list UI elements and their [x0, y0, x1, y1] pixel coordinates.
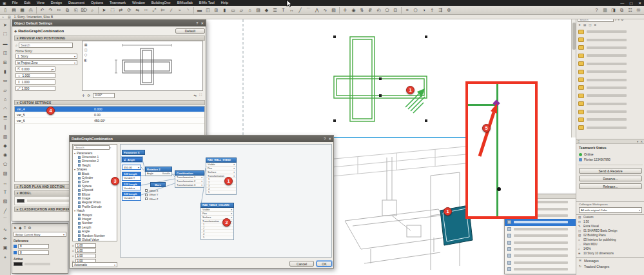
quick-option-02-building-plans[interactable]: ▧02 Building Plans — [576, 233, 644, 238]
door-icon[interactable]: ◫ — [204, 6, 212, 14]
value-field[interactable]: 1.00 — [75, 254, 96, 258]
favorites-folder-row[interactable] — [576, 60, 644, 68]
length-node-value[interactable]: Variable ▾ — [122, 196, 141, 200]
menu-options[interactable]: Options — [88, 0, 106, 6]
node-rotation[interactable]: Rotation 2 Angle Variable — [145, 167, 172, 176]
help-icon[interactable]: ? — [196, 21, 198, 25]
close-icon[interactable]: ✕ — [640, 140, 643, 143]
roof-tool-icon[interactable]: ⌂ — [1, 95, 10, 103]
organizer-icon[interactable]: ⧉ — [618, 6, 626, 14]
node-rad-wall-stand[interactable]: RAD_WALL_STAND Visible▾Pen▾Surface▾Trans… — [206, 158, 237, 195]
preview-picture-icon[interactable]: ◧ — [84, 58, 88, 62]
curtain-wall-tool-icon[interactable]: ▥ — [1, 132, 10, 141]
close-icon[interactable]: ✕ — [200, 21, 204, 25]
cancel-button[interactable]: Cancel — [289, 261, 314, 267]
menu-bimcollab[interactable]: BIMcollab — [174, 0, 196, 6]
multiply-icon[interactable]: ∷ — [142, 6, 150, 14]
tree-item-global-value[interactable]: Global Value — [73, 238, 116, 241]
row-dropdown[interactable]: ▾ — [201, 184, 202, 187]
size-field-a[interactable]: ⇔ 1.000 — [15, 73, 55, 78]
dialog-titlebar[interactable]: Object Default Settings ? ✕ — [12, 20, 206, 26]
fit-icon[interactable]: ⛶ — [199, 93, 202, 97]
rotation-field[interactable]: 0.00° — [93, 93, 115, 98]
row-dropdown[interactable]: ▾ — [231, 220, 232, 223]
menu-file[interactable]: File — [9, 0, 21, 6]
menu-window[interactable]: Window — [129, 0, 148, 6]
mirror-icon[interactable]: ⇋ — [134, 6, 142, 14]
value-field[interactable]: 1.00 — [75, 249, 96, 253]
quick-option-1-50[interactable]: ⊡1:50 — [576, 219, 644, 224]
stair-tool-icon[interactable]: ☰ — [1, 114, 10, 122]
node-parameter-x[interactable]: Parameter X — [122, 150, 145, 155]
settings-search-input[interactable] — [19, 43, 73, 48]
menu-design[interactable]: Design — [48, 0, 65, 6]
cut-icon[interactable]: ✂ — [55, 6, 63, 14]
row-value[interactable]: Variable — [162, 172, 170, 175]
split-icon[interactable]: ⌿ — [168, 6, 175, 14]
drag-icon[interactable]: ⇄ — [117, 6, 125, 14]
anchor-dropdown[interactable]: to Project Zero▾ — [15, 60, 77, 65]
pen-color-chip[interactable] — [14, 245, 17, 248]
collapse-icon[interactable]: ▾ — [637, 140, 638, 143]
home-story-dropdown[interactable]: 1. Story▾ — [15, 54, 77, 59]
slab-icon[interactable]: ▱ — [238, 6, 246, 14]
roof-icon[interactable]: ⌂ — [246, 6, 254, 14]
object-icon[interactable]: ◆ — [263, 6, 271, 14]
mesh-tool-icon[interactable]: ▨ — [1, 169, 10, 178]
palette-row[interactable] — [505, 226, 583, 232]
text-tool-icon[interactable]: T — [1, 188, 10, 196]
row-dropdown[interactable]: ▾ — [201, 176, 202, 179]
value-field[interactable]: 1.00 — [75, 243, 96, 248]
select-arrow-tool-icon[interactable]: ➤ — [1, 21, 10, 29]
favorites-folder-row[interactable] — [576, 92, 644, 99]
door-tool-icon[interactable]: ◫ — [1, 48, 10, 57]
menu-teamwork[interactable]: Teamwork — [106, 0, 129, 6]
maximize-button[interactable]: ▢ — [629, 1, 633, 5]
menu-buildingone[interactable]: BuildingOne — [148, 0, 174, 6]
hotspot-icon[interactable]: ✛ — [342, 6, 349, 14]
settings-icon[interactable]: ⚙ — [445, 6, 453, 14]
favorites-folder-row[interactable] — [576, 116, 644, 123]
story-dropdown[interactable]: Below Current Story▾ — [14, 232, 66, 237]
menu-bimx-tool[interactable]: BIMx Tool — [196, 0, 218, 6]
default-button[interactable]: Default — [175, 28, 205, 34]
palette-row[interactable] — [505, 260, 583, 266]
top-view-icon[interactable]: ▦ — [84, 43, 88, 46]
length-node-value[interactable]: Variable ▾ — [122, 186, 141, 190]
mirror-icon[interactable]: ⇋ — [194, 94, 197, 97]
reference-field[interactable]: 8 — [18, 250, 49, 255]
surface-swatch[interactable] — [17, 199, 24, 203]
node-graph-canvas[interactable]: Parameter X ∠ Angle 450.00▾ 123 LengthVa… — [120, 144, 332, 258]
row-dropdown[interactable]: ▾ — [233, 171, 235, 174]
copy-icon[interactable]: ⧉ — [64, 6, 72, 14]
open-icon[interactable]: ▤ — [10, 6, 18, 14]
fill-tool-icon[interactable]: ▧ — [1, 197, 10, 205]
fillet-icon[interactable]: ◝ — [184, 6, 192, 14]
redo-icon[interactable]: ↷ — [47, 6, 55, 14]
vertical-scrollbar[interactable] — [571, 19, 576, 138]
length-node[interactable]: 123 LengthVariable ▾ — [122, 182, 141, 191]
window-tool-icon[interactable]: ⊞ — [1, 58, 10, 66]
teamwork-sync-icon[interactable]: ⇶ — [437, 6, 445, 14]
delete-icon[interactable]: ⌦ — [81, 6, 88, 14]
zone-icon[interactable]: ⬠ — [384, 6, 391, 14]
offset-row-offset-z[interactable]: Offset Z — [145, 197, 172, 201]
quick-option-10-story-10-dimensions[interactable]: ≣10 Story 10 dimensions — [576, 251, 644, 256]
zone-tool-icon[interactable]: ⬠ — [1, 160, 10, 168]
marquee-tool-icon[interactable]: ⬚ — [1, 30, 10, 38]
messages-row[interactable]: ✉Messages — [576, 258, 644, 263]
paste-icon[interactable]: ⎗ — [72, 6, 80, 14]
checkbox-icon[interactable] — [145, 198, 148, 200]
gdl-port-row[interactable]: 5 — [206, 191, 236, 194]
node-value-field[interactable]: 450.00▾ — [122, 165, 141, 170]
quick-option-plain-mdu[interactable]: ↔Plain MDU — [576, 242, 644, 247]
beam-tool-icon[interactable]: ▭ — [1, 76, 10, 85]
shell-tool-icon[interactable]: ◠ — [1, 105, 10, 113]
mesh-icon[interactable]: ▨ — [255, 6, 262, 14]
stair-icon[interactable]: ☰ — [271, 6, 279, 14]
trim-icon[interactable]: ✄ — [159, 6, 167, 14]
arc-tool-icon[interactable]: ⌒ — [1, 216, 10, 224]
palette-row[interactable] — [505, 246, 583, 252]
favorites-folder-row[interactable] — [576, 68, 644, 76]
quick-option-03-interiors-for-publishing[interactable]: ⌂03 Interiors for publishing — [576, 238, 644, 242]
